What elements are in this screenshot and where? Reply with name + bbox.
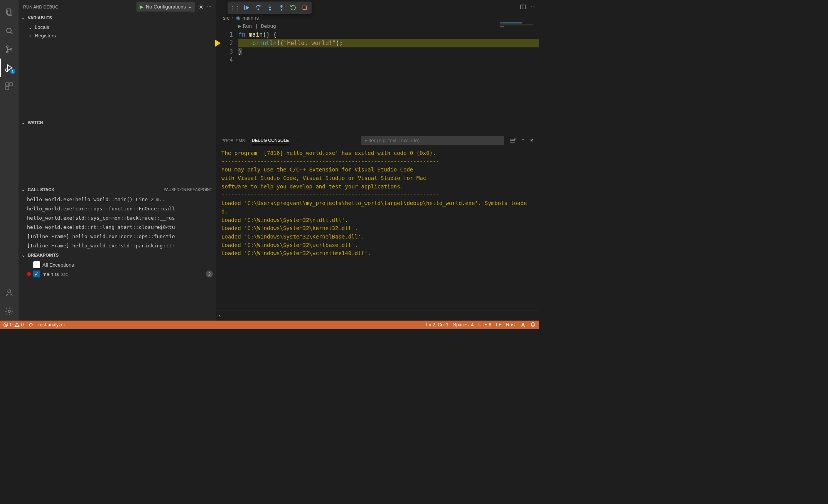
section-watch: ⌄ WATCH — [19, 118, 216, 185]
svg-marker-16 — [246, 5, 249, 10]
step-out-button[interactable] — [276, 2, 287, 13]
breakpoints-header[interactable]: ⌄ BREAKPOINTS — [19, 251, 216, 259]
section-variables: ⌄ VARIABLES ⌄ Locals › Registers — [19, 13, 216, 118]
svg-rect-22 — [303, 6, 306, 9]
status-errors[interactable]: 0 0 — [3, 322, 24, 328]
breakpoint-dot-icon — [27, 272, 31, 276]
debug-badge: 1 — [10, 69, 15, 74]
svg-point-4 — [7, 46, 8, 47]
watch-header[interactable]: ⌄ WATCH — [19, 118, 216, 127]
status-bell-icon[interactable] — [530, 322, 536, 328]
tab-problems[interactable]: PROBLEMS — [221, 136, 245, 145]
chevron-down-icon: ⌄ — [27, 24, 33, 30]
config-dropdown[interactable]: ▶ No Configurations ⌄ — [137, 2, 195, 12]
tab-debug-console[interactable]: DEBUG CONSOLE — [252, 136, 289, 145]
close-icon[interactable]: ✕ — [530, 138, 533, 143]
status-encoding[interactable]: UTF-8 — [478, 322, 491, 328]
svg-point-5 — [7, 51, 8, 53]
chevron-right-icon: › — [27, 33, 33, 39]
gear-icon[interactable] — [198, 4, 204, 10]
more-icon[interactable]: ⋯ — [207, 4, 211, 9]
status-spaces[interactable]: Spaces: 4 — [453, 322, 474, 328]
activity-run-debug[interactable]: 1 — [0, 59, 19, 77]
debug-console-input[interactable]: › — [216, 311, 539, 321]
split-editor-icon[interactable] — [520, 4, 526, 10]
svg-point-35 — [30, 324, 32, 326]
checkbox-checked[interactable]: ✓ — [33, 270, 40, 277]
sidebar-title: RUN AND DEBUG — [23, 5, 59, 9]
callstack-frame[interactable]: [Inline Frame] hello_world.exe!core::ops… — [19, 232, 216, 241]
svg-point-13 — [8, 310, 10, 312]
svg-point-14 — [200, 6, 202, 8]
debug-panel: PROBLEMS DEBUG CONSOLE ⋯ ⌃ ✕ The program… — [216, 134, 539, 321]
activity-extensions[interactable] — [0, 77, 19, 96]
status-feedback-icon[interactable] — [520, 322, 526, 328]
svg-rect-15 — [244, 5, 245, 10]
clear-console-icon[interactable] — [509, 138, 516, 144]
status-lang[interactable]: Rust — [506, 322, 516, 328]
callstack-frame[interactable]: [Inline Frame] hello_world.exe!std::pani… — [19, 241, 216, 250]
svg-point-12 — [8, 290, 11, 293]
callstack-frame[interactable]: hello_world.exe!std::sys_common::backtra… — [19, 213, 216, 222]
activity-explorer[interactable] — [0, 3, 19, 22]
variables-locals[interactable]: ⌄ Locals — [19, 23, 216, 31]
chevron-down-icon: ⌄ — [188, 4, 192, 9]
step-into-button[interactable] — [265, 2, 275, 13]
grip-icon[interactable]: ⋮⋮ — [229, 5, 241, 11]
chevron-down-icon: ⌄ — [20, 253, 26, 258]
activity-bar: 1 — [0, 0, 19, 321]
restart-button[interactable] — [288, 2, 298, 13]
rust-file-icon: ◉ — [236, 15, 240, 21]
activity-account[interactable] — [0, 284, 19, 302]
gutter: 1 2 3 4 — [216, 22, 238, 64]
panel-tabs: PROBLEMS DEBUG CONSOLE ⋯ ⌃ ✕ — [216, 134, 539, 147]
chevron-up-icon[interactable]: ⌃ — [521, 138, 524, 143]
activity-source-control[interactable] — [0, 40, 19, 59]
chevron-down-icon: ⌄ — [20, 120, 26, 125]
section-callstack: ⌄ CALL STACK PAUSED ON BREAKPOINT hello_… — [19, 185, 216, 251]
execution-pointer-icon — [215, 40, 221, 47]
svg-point-6 — [10, 49, 12, 50]
callstack-frame[interactable]: hello_world.exe!std::rt::lang_start::clo… — [19, 222, 216, 232]
stop-button[interactable] — [299, 2, 310, 13]
checkbox-unchecked[interactable] — [33, 261, 40, 268]
svg-rect-0 — [7, 9, 11, 14]
callstack-frame[interactable]: hello_world.exe!core::ops::function::FnO… — [19, 204, 216, 213]
callstack-header[interactable]: ⌄ CALL STACK PAUSED ON BREAKPOINT — [19, 185, 216, 194]
status-eol[interactable]: LF — [496, 322, 501, 328]
more-icon[interactable]: ⋯ — [296, 138, 300, 143]
svg-point-40 — [522, 323, 524, 325]
status-debug-target[interactable] — [28, 322, 34, 328]
status-lncol[interactable]: Ln 2, Col 1 — [426, 322, 449, 328]
debug-toolbar[interactable]: ⋮⋮ — [228, 2, 312, 14]
svg-point-19 — [270, 9, 271, 10]
code-editor[interactable]: 1 2 3 4 ▶Run | Debug fn main() { println… — [216, 22, 539, 64]
filter-input[interactable] — [361, 136, 504, 145]
continue-button[interactable] — [241, 2, 252, 13]
more-icon[interactable]: ⋯ — [531, 4, 536, 10]
activity-search[interactable] — [0, 22, 19, 40]
svg-point-34 — [17, 326, 17, 326]
debug-console-output[interactable]: The program '[7816] hello_world.exe' has… — [216, 147, 539, 311]
status-analyzer[interactable]: rust-analyzer — [38, 322, 65, 328]
breakpoint-item[interactable]: ✓ main.rs src 2 — [19, 269, 216, 279]
minimap[interactable] — [500, 22, 536, 38]
callstack-frame[interactable]: hello_world.exe!hello_world::main() Line… — [19, 195, 216, 204]
breakpoint-all-exceptions[interactable]: All Exceptions — [19, 260, 216, 269]
chevron-down-icon: ⌄ — [20, 15, 26, 20]
variables-header[interactable]: ⌄ VARIABLES — [19, 13, 216, 22]
chevron-right-icon: › — [232, 15, 233, 21]
variables-registers[interactable]: › Registers — [19, 31, 216, 40]
svg-point-21 — [281, 9, 282, 10]
svg-point-17 — [258, 9, 259, 10]
svg-line-3 — [11, 32, 13, 34]
sidebar: RUN AND DEBUG ▶ No Configurations ⌄ ⋯ ⌄ … — [19, 0, 216, 321]
codelens[interactable]: ▶Run | Debug — [238, 22, 539, 30]
step-over-button[interactable] — [253, 2, 264, 13]
breadcrumb[interactable]: src › ◉ main.rs — [216, 13, 539, 22]
play-icon: ▶ — [238, 23, 241, 29]
svg-rect-9 — [6, 83, 9, 86]
section-breakpoints: ⌄ BREAKPOINTS All Exceptions ✓ main.rs s… — [19, 251, 216, 279]
activity-settings[interactable] — [0, 302, 19, 321]
config-label: No Configurations — [146, 4, 186, 10]
